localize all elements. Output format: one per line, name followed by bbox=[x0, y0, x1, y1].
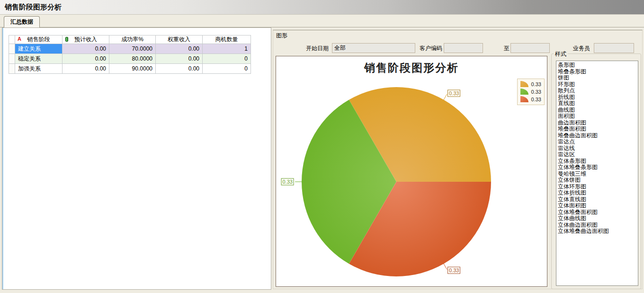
column-header-opportunity-count[interactable]: 商机数量 bbox=[203, 36, 251, 44]
pie-chart bbox=[276, 56, 547, 286]
legend-value: 0.33 bbox=[531, 89, 541, 95]
style-option[interactable]: 堆叠曲边面积图 bbox=[558, 133, 638, 139]
value-cell[interactable]: 0 bbox=[203, 54, 251, 64]
style-option[interactable]: 立体环形图 bbox=[558, 184, 638, 190]
row-indicator[interactable] bbox=[9, 54, 15, 64]
column-header-expected-income[interactable]: 预计收入 bbox=[63, 36, 109, 44]
pie-label-connector bbox=[443, 94, 447, 101]
legend-item: 0.33 bbox=[520, 96, 541, 102]
style-option[interactable]: 立体面积图 bbox=[558, 203, 638, 209]
graph-group: 图形 开始日期 客户编码 至 业务员 销售阶段图形分析 0.330.330.33… bbox=[273, 30, 643, 289]
chart-title: 销售阶段图形分析 bbox=[276, 61, 547, 75]
style-option[interactable]: 条形图 bbox=[558, 62, 638, 69]
row-indicator[interactable] bbox=[9, 64, 15, 74]
style-option[interactable]: 环形图 bbox=[558, 81, 638, 88]
legend-swatch-icon bbox=[520, 96, 528, 102]
style-option[interactable]: 立体折线图 bbox=[558, 190, 638, 196]
style-option[interactable]: 雷达线 bbox=[558, 145, 638, 152]
tab-strip: 汇总数据 bbox=[0, 15, 644, 27]
style-option[interactable]: 立体堆叠曲边面积图 bbox=[558, 228, 638, 235]
table-row[interactable]: 建立关系0.0070.00000.001 bbox=[9, 44, 251, 54]
window-title-bar: 销售阶段图形分析 bbox=[0, 0, 644, 15]
customer-code-label: 客户编码 bbox=[420, 44, 442, 52]
chart-area: 销售阶段图形分析 0.330.330.33 0.330.330.33 bbox=[276, 56, 547, 287]
style-option[interactable]: 雷达点 bbox=[558, 139, 638, 145]
value-cell[interactable]: 0.00 bbox=[63, 44, 109, 54]
sort-a-icon: A bbox=[18, 36, 21, 42]
style-option[interactable]: 曲线图 bbox=[558, 107, 638, 114]
style-option[interactable]: 堆叠面积图 bbox=[558, 126, 638, 133]
pie-slice-label: 0.33 bbox=[447, 89, 460, 97]
style-option[interactable]: 散列点 bbox=[558, 88, 638, 94]
column-header-weighted-income[interactable]: 权重收入 bbox=[156, 36, 203, 44]
style-option[interactable]: 立体条形图 bbox=[558, 158, 638, 165]
graph-panel: 图形 开始日期 客户编码 至 业务员 销售阶段图形分析 0.330.330.33… bbox=[273, 27, 643, 290]
stage-cell[interactable]: 加强关系 bbox=[15, 64, 63, 74]
row-indicator-header bbox=[9, 36, 15, 44]
legend-swatch-icon bbox=[520, 89, 528, 95]
value-cell[interactable]: 0.00 bbox=[156, 64, 203, 74]
style-option[interactable]: 立体曲线图 bbox=[558, 215, 638, 222]
legend-item: 0.33 bbox=[520, 81, 541, 87]
table-row[interactable]: 加强关系0.0090.00000.000 bbox=[9, 64, 251, 74]
tab-summary-data[interactable]: 汇总数据 bbox=[4, 16, 40, 27]
column-header-success-rate[interactable]: 成功率% bbox=[109, 36, 156, 44]
style-option[interactable]: 曼哈顿三维 bbox=[558, 171, 638, 178]
panel-left-accent bbox=[2, 28, 3, 289]
value-cell[interactable]: 0.00 bbox=[63, 54, 109, 64]
style-option[interactable]: 立体堆叠面积图 bbox=[558, 209, 638, 216]
style-list[interactable]: 条形图堆叠条形图饼图环形图散列点折线图直线图曲线图面积图曲边面积图堆叠面积图堆叠… bbox=[556, 61, 638, 286]
customer-code-input[interactable] bbox=[444, 43, 483, 53]
stage-cell[interactable]: 建立关系 bbox=[15, 44, 63, 54]
style-option[interactable]: 立体曲边面积图 bbox=[558, 222, 638, 229]
legend-value: 0.33 bbox=[531, 81, 541, 87]
row-indicator[interactable] bbox=[9, 44, 15, 54]
value-cell[interactable]: 70.0000 bbox=[109, 44, 156, 54]
legend-item: 0.33 bbox=[520, 89, 541, 95]
style-option[interactable]: 曲边面积图 bbox=[558, 120, 638, 126]
style-option[interactable]: 面积图 bbox=[558, 113, 638, 120]
green-capsule-icon bbox=[65, 37, 68, 42]
style-option[interactable]: 折线图 bbox=[558, 94, 638, 101]
column-header-stage[interactable]: A 销售阶段 bbox=[15, 36, 63, 44]
table-header-row: A 销售阶段 预计收入 成功率% 权重收入 商机数量 bbox=[9, 36, 251, 44]
value-cell[interactable]: 0.00 bbox=[156, 54, 203, 64]
sales-stage-table: A 销售阶段 预计收入 成功率% 权重收入 商机数量 建立关系0.0070.00… bbox=[9, 35, 251, 74]
value-cell[interactable]: 80.0000 bbox=[109, 54, 156, 64]
pie-slice-label: 0.33 bbox=[281, 178, 294, 186]
style-option[interactable]: 饼图 bbox=[558, 75, 638, 81]
legend-swatch-icon bbox=[520, 81, 528, 87]
value-cell[interactable]: 90.0000 bbox=[109, 64, 156, 74]
style-option[interactable]: 立体饼图 bbox=[558, 177, 638, 184]
stage-cell[interactable]: 稳定关系 bbox=[15, 54, 63, 64]
value-cell[interactable]: 0.00 bbox=[63, 64, 109, 74]
start-date-input[interactable] bbox=[332, 43, 415, 53]
chart-legend: 0.330.330.33 bbox=[517, 79, 545, 105]
summary-table-panel: A 销售阶段 预计收入 成功率% 权重收入 商机数量 建立关系0.0070.00… bbox=[2, 27, 271, 290]
salesperson-input[interactable] bbox=[594, 43, 634, 53]
style-option[interactable]: 立体堆叠条形图 bbox=[558, 164, 638, 171]
style-option[interactable]: 立体直线图 bbox=[558, 196, 638, 203]
customer-code-to-input[interactable] bbox=[510, 43, 550, 53]
salesperson-label: 业务员 bbox=[573, 44, 590, 52]
pie-label-connector bbox=[443, 263, 447, 270]
to-label: 至 bbox=[504, 44, 510, 52]
style-group: 样式 条形图堆叠条形图饼图环形图散列点折线图直线图曲线图面积图曲边面积图堆叠面积… bbox=[551, 53, 641, 289]
value-cell[interactable]: 1 bbox=[203, 44, 251, 54]
style-group-label: 样式 bbox=[554, 50, 568, 58]
style-option[interactable]: 直线图 bbox=[558, 100, 638, 107]
value-cell[interactable]: 0 bbox=[203, 64, 251, 74]
start-date-label: 开始日期 bbox=[306, 44, 329, 52]
legend-value: 0.33 bbox=[531, 97, 541, 102]
style-option[interactable]: 雷达区 bbox=[558, 151, 638, 158]
value-cell[interactable]: 0.00 bbox=[156, 44, 203, 54]
page-title: 销售阶段图形分析 bbox=[5, 3, 62, 12]
table-row[interactable]: 稳定关系0.0080.00000.000 bbox=[9, 54, 251, 64]
graph-group-label: 图形 bbox=[276, 32, 287, 40]
pie-slice-label: 0.33 bbox=[447, 267, 460, 274]
style-option[interactable]: 堆叠条形图 bbox=[558, 69, 638, 75]
